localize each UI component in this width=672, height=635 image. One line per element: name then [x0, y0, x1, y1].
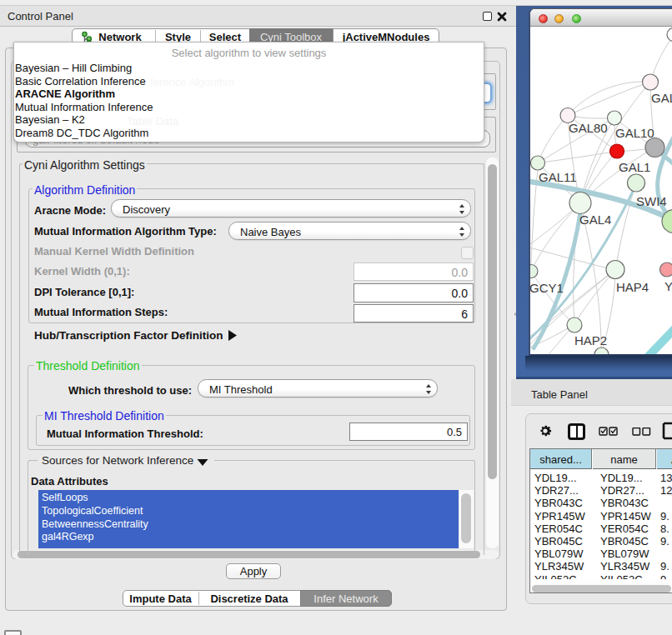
svg-text:GAL80: GAL80 [569, 121, 608, 135]
svg-text:GCY1: GCY1 [530, 281, 564, 295]
svg-text:GAL7: GAL7 [651, 91, 672, 105]
svg-text:GAL4: GAL4 [579, 212, 611, 227]
svg-text:SWI4: SWI4 [636, 194, 667, 208]
svg-text:HAP2: HAP2 [574, 333, 607, 348]
svg-text:GAL10: GAL10 [615, 126, 654, 140]
svg-text:GAL1: GAL1 [619, 160, 650, 174]
svg-text:GAL11: GAL11 [539, 170, 577, 184]
svg-text:Y: Y [664, 279, 672, 293]
svg-text:HAP4: HAP4 [616, 280, 649, 294]
